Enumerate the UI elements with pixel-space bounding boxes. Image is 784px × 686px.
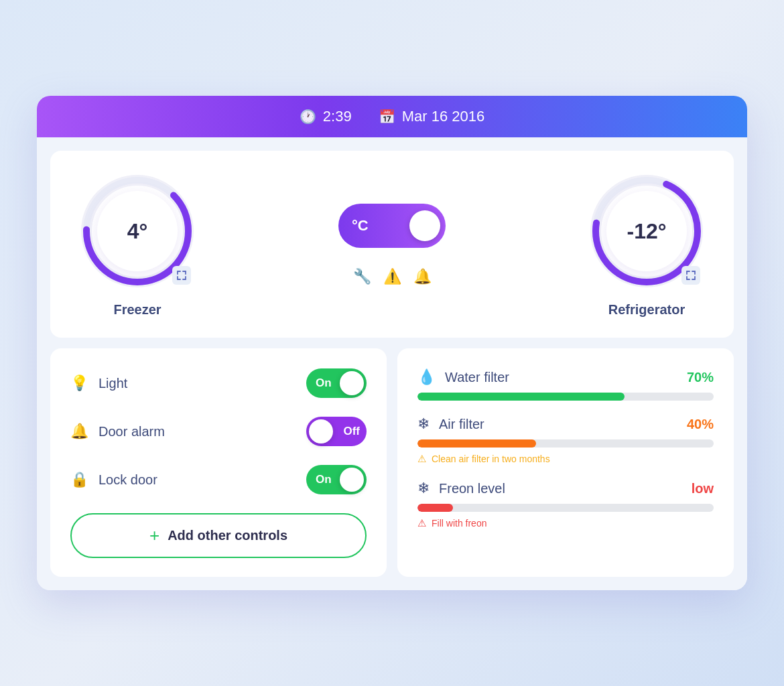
freon-warn-icon: ⚠ [417,517,426,529]
water-filter-item: 💧 Water filter 70% [417,368,714,401]
bell-off-icon[interactable]: 🔔 [413,268,432,285]
refrigerator-expand-button[interactable] [681,266,700,285]
water-filter-bar-bg [417,393,714,401]
water-filter-pct: 70% [687,370,714,385]
fan-icon: ❄ [417,415,430,433]
air-filter-item: ❄ Air filter 40% ⚠ Clean air filter in t… [417,415,714,465]
door-alarm-toggle[interactable]: Off [306,417,367,446]
lock-door-row: 🔒 Lock door On [70,465,367,494]
door-alarm-toggle-knob [309,419,333,443]
action-icons: 🔧 ⚠️ 🔔 [353,268,432,285]
freezer-section: 4° Freezer [77,171,198,318]
header: 🕐 2:39 📅 Mar 16 2016 [37,96,747,137]
lock-door-toggle-knob [340,468,364,492]
freon-level-pct: low [692,481,714,496]
bottom-row: 💡 Light On 🔔 Door alarm Off [50,348,734,577]
freezer-gauge: 4° [77,171,198,291]
air-filter-bar-bg [417,439,714,448]
water-filter-header: 💧 Water filter 70% [417,368,714,386]
plus-icon: + [149,525,159,546]
air-filter-warn-icon: ⚠ [417,453,426,465]
lock-icon: 🔒 [70,471,94,488]
air-filter-warning: ⚠ Clean air filter in two months [417,453,714,465]
center-controls: °C 🔧 ⚠️ 🔔 [338,204,446,285]
freezer-temp-display: 4° [97,191,178,271]
expand-icon [685,270,696,281]
clock-icon: 🕐 [300,109,316,125]
light-toggle[interactable]: On [306,368,367,398]
freon-level-bar-bg [417,504,714,512]
top-panel: 4° Freezer °C 🔧 ⚠️ [50,151,734,338]
freon-warn-text: Fill with freon [432,518,486,529]
air-filter-header: ❄ Air filter 40% [417,415,714,433]
app-window: 🕐 2:39 📅 Mar 16 2016 4° [37,96,747,590]
expand-icon [176,270,187,281]
snowflake-icon: ❄ [417,480,430,497]
filters-panel: 💧 Water filter 70% ❄ Air filter 40% [397,348,734,577]
header-time: 🕐 2:39 [300,108,352,125]
unit-toggle[interactable]: °C [338,204,446,248]
freon-level-header: ❄ Freon level low [417,480,714,497]
air-filter-warn-text: Clean air filter in two months [432,454,550,464]
warning-icon[interactable]: ⚠️ [383,268,401,285]
freon-level-bar-fill [417,504,453,512]
air-filter-pct: 40% [687,417,714,432]
bell-icon: 🔔 [70,423,94,440]
controls-panel: 💡 Light On 🔔 Door alarm Off [50,348,387,577]
refrigerator-temp-display: -12° [606,191,687,271]
refrigerator-section: -12° Refrigerator [586,171,707,318]
light-icon: 💡 [70,374,94,392]
freezer-expand-button[interactable] [172,266,191,285]
header-date: 📅 Mar 16 2016 [379,108,485,125]
freon-level-warning: ⚠ Fill with freon [417,517,714,529]
lock-door-toggle[interactable]: On [306,465,367,494]
water-drop-icon: 💧 [417,368,436,386]
light-toggle-knob [340,371,364,395]
wrench-icon[interactable]: 🔧 [353,268,371,285]
freon-level-item: ❄ Freon level low ⚠ Fill with freon [417,480,714,529]
light-row: 💡 Light On [70,368,367,398]
main-content: 4° Freezer °C 🔧 ⚠️ [37,137,747,590]
water-filter-bar-fill [417,393,625,401]
air-filter-bar-fill [417,439,536,448]
calendar-icon: 📅 [379,109,395,125]
door-alarm-row: 🔔 Door alarm Off [70,417,367,446]
add-controls-button[interactable]: + Add other controls [70,513,367,558]
unit-toggle-knob [409,210,440,241]
refrigerator-gauge: -12° [586,171,707,291]
